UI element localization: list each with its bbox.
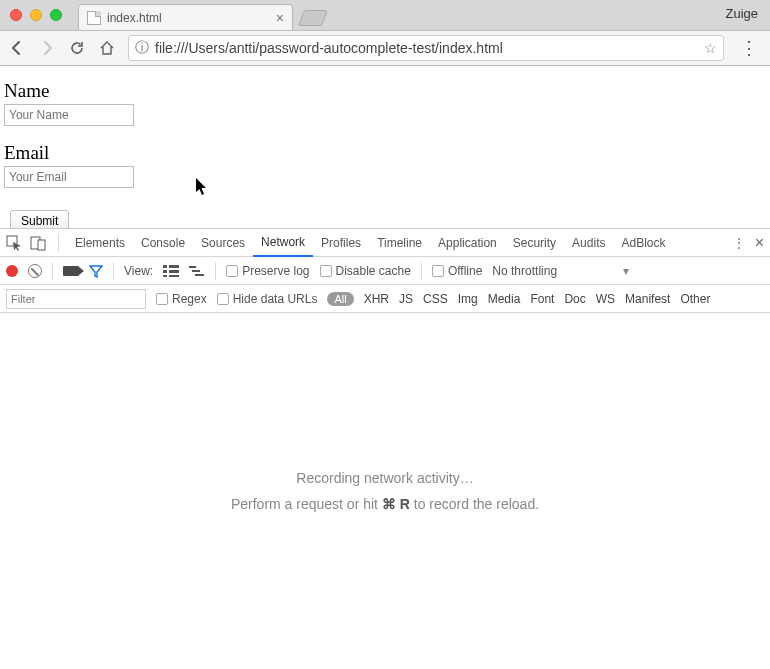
email-label: Email [4, 142, 766, 164]
svg-rect-2 [38, 240, 45, 250]
filter-type-font[interactable]: Font [530, 292, 554, 306]
browser-tab-active[interactable]: index.html × [78, 4, 293, 30]
devtools-tab-console[interactable]: Console [133, 229, 193, 257]
svg-rect-9 [189, 266, 196, 268]
record-button[interactable] [6, 265, 18, 277]
svg-rect-11 [195, 274, 204, 276]
filter-type-manifest[interactable]: Manifest [625, 292, 670, 306]
regex-checkbox[interactable]: Regex [156, 292, 207, 306]
empty-state-line2: Perform a request or hit ⌘ R to record t… [231, 496, 539, 512]
devtools-tab-elements[interactable]: Elements [67, 229, 133, 257]
name-label: Name [4, 80, 766, 102]
tab-title: index.html [107, 11, 162, 25]
svg-rect-8 [169, 275, 179, 277]
devtools-tab-adblock[interactable]: AdBlock [613, 229, 673, 257]
devtools-close-button[interactable]: × [755, 234, 764, 252]
name-input[interactable] [4, 104, 134, 126]
filter-type-other[interactable]: Other [680, 292, 710, 306]
devtools-tabbar: ElementsConsoleSourcesNetworkProfilesTim… [0, 229, 770, 257]
profile-name[interactable]: Zuige [725, 6, 758, 21]
page-content: Name Email Submit [0, 66, 770, 240]
bookmark-star-icon[interactable]: ☆ [704, 40, 717, 56]
network-toolbar: View: Preserve log Disable cache Offline… [0, 257, 770, 285]
devtools-tab-timeline[interactable]: Timeline [369, 229, 430, 257]
devtools-tab-profiles[interactable]: Profiles [313, 229, 369, 257]
window-close-button[interactable] [10, 9, 22, 21]
filter-type-doc[interactable]: Doc [564, 292, 585, 306]
filter-type-media[interactable]: Media [488, 292, 521, 306]
site-info-icon[interactable]: ⓘ [135, 39, 149, 57]
svg-rect-3 [163, 265, 167, 268]
disable-cache-checkbox[interactable]: Disable cache [320, 264, 411, 278]
empty-state-line1: Recording network activity… [296, 470, 473, 486]
svg-rect-4 [169, 265, 179, 268]
window-zoom-button[interactable] [50, 9, 62, 21]
view-label: View: [124, 264, 153, 278]
email-input[interactable] [4, 166, 134, 188]
filter-type-img[interactable]: Img [458, 292, 478, 306]
back-button[interactable] [8, 39, 26, 57]
new-tab-button[interactable] [298, 10, 328, 26]
filter-type-all[interactable]: All [327, 292, 353, 306]
address-bar[interactable]: ⓘ file:///Users/antti/password-autocompl… [128, 35, 724, 61]
network-filter-bar: Regex Hide data URLs All XHRJSCSSImgMedi… [0, 285, 770, 313]
devtools-panel: ElementsConsoleSourcesNetworkProfilesTim… [0, 228, 770, 669]
devtools-tab-sources[interactable]: Sources [193, 229, 253, 257]
browser-toolbar: ⓘ file:///Users/antti/password-autocompl… [0, 30, 770, 66]
filter-toggle-icon[interactable] [89, 264, 103, 278]
waterfall-icon[interactable] [189, 265, 205, 277]
cursor-icon [196, 178, 208, 196]
window-controls [0, 9, 62, 21]
url-text: file:///Users/antti/password-autocomplet… [155, 40, 503, 56]
svg-rect-7 [163, 275, 167, 277]
browser-tabstrip: index.html × [78, 2, 325, 30]
filter-type-css[interactable]: CSS [423, 292, 448, 306]
filter-type-ws[interactable]: WS [596, 292, 615, 306]
svg-rect-6 [169, 270, 179, 273]
devtools-tab-application[interactable]: Application [430, 229, 505, 257]
clear-button[interactable] [28, 264, 42, 278]
throttling-select[interactable]: No throttling▾ [492, 264, 629, 278]
capture-screenshots-icon[interactable] [63, 266, 79, 276]
window-minimize-button[interactable] [30, 9, 42, 21]
file-icon [87, 11, 101, 25]
preserve-log-checkbox[interactable]: Preserve log [226, 264, 309, 278]
browser-menu-button[interactable]: ⋮ [736, 37, 762, 59]
svg-rect-5 [163, 270, 167, 273]
large-rows-icon[interactable] [163, 265, 179, 277]
home-button[interactable] [98, 39, 116, 57]
forward-button[interactable] [38, 39, 56, 57]
network-empty-state: Recording network activity… Perform a re… [0, 313, 770, 669]
devtools-tab-network[interactable]: Network [253, 229, 313, 257]
inspect-element-icon[interactable] [6, 235, 26, 251]
reload-button[interactable] [68, 39, 86, 57]
device-toolbar-icon[interactable] [30, 235, 50, 251]
filter-input[interactable] [6, 289, 146, 309]
tab-close-button[interactable]: × [276, 11, 284, 25]
filter-type-js[interactable]: JS [399, 292, 413, 306]
filter-type-xhr[interactable]: XHR [364, 292, 389, 306]
svg-rect-10 [192, 270, 200, 272]
devtools-tab-security[interactable]: Security [505, 229, 564, 257]
window-titlebar: index.html × Zuige [0, 0, 770, 30]
devtools-tab-audits[interactable]: Audits [564, 229, 613, 257]
hide-data-urls-checkbox[interactable]: Hide data URLs [217, 292, 318, 306]
offline-checkbox[interactable]: Offline [432, 264, 482, 278]
devtools-menu-button[interactable]: ⋮ [733, 236, 745, 250]
